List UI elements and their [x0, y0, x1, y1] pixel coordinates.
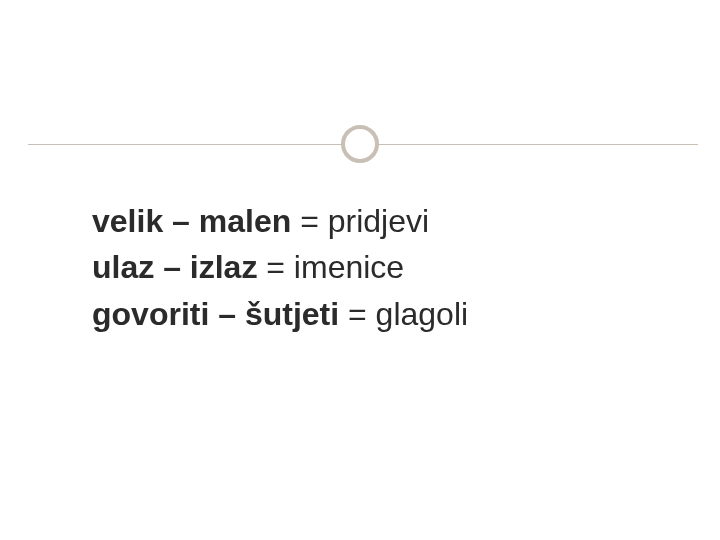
entry-line: velik – malen = pridjevi: [92, 198, 680, 244]
slide-content: velik – malen = pridjevi ulaz – izlaz = …: [92, 198, 680, 337]
category-label: imenice: [294, 249, 404, 285]
category-label: glagoli: [376, 296, 469, 332]
entry-line: ulaz – izlaz = imenice: [92, 244, 680, 290]
word-pair: ulaz – izlaz: [92, 249, 257, 285]
word-pair: velik – malen: [92, 203, 291, 239]
word-pair: govoriti – šutjeti: [92, 296, 339, 332]
equals-text: =: [257, 249, 293, 285]
entry-line: govoriti – šutjeti = glagoli: [92, 291, 680, 337]
equals-text: =: [291, 203, 327, 239]
equals-text: =: [339, 296, 375, 332]
circle-ornament-icon: [341, 125, 379, 163]
slide-divider: [0, 125, 720, 165]
category-label: pridjevi: [328, 203, 429, 239]
